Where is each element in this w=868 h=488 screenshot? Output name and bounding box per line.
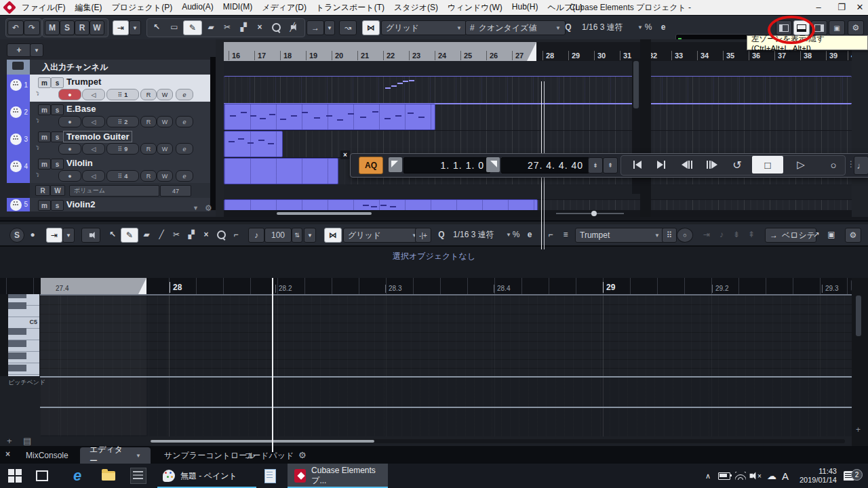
black-key[interactable] [8, 302, 26, 309]
punch-in-button[interactable]: ⇟ [588, 157, 603, 174]
ime-mode-icon[interactable]: A [777, 468, 793, 484]
folder-track-row[interactable]: 入出力チャンネル [7, 60, 210, 75]
notepad-button[interactable] [262, 468, 278, 484]
piano-keyboard[interactable]: C5 [8, 294, 39, 376]
mute-all-button[interactable]: M [45, 20, 60, 35]
tab-chord-pads[interactable]: コードパッド [235, 447, 303, 464]
black-key[interactable] [8, 294, 26, 298]
midi-part-violin2[interactable] [224, 199, 538, 210]
automation-write-button[interactable]: W [50, 185, 65, 196]
punch-out-button[interactable]: ⇞ [603, 157, 618, 174]
undo-button[interactable]: ↶ [7, 20, 24, 35]
track-name[interactable]: Tremolo Guiter [63, 131, 132, 142]
close-button[interactable]: ✕ [850, 0, 868, 14]
black-key[interactable] [8, 328, 26, 335]
menu-item[interactable]: ファイル(F) [22, 2, 65, 14]
insert-velocity-icon-button[interactable]: ♪ [248, 228, 264, 243]
automation-value[interactable]: 47 [160, 185, 191, 197]
task-view-button[interactable] [34, 468, 50, 484]
read-all-button[interactable]: R [75, 20, 90, 35]
show-note-exp-button[interactable]: ⠿ [662, 228, 677, 243]
write-automation-button[interactable]: W [157, 116, 173, 127]
file-explorer-button[interactable] [100, 468, 117, 484]
swing-button[interactable]: % [642, 20, 655, 34]
range-select-tool[interactable]: ▭ [167, 20, 182, 34]
add-track-dropdown[interactable]: ▼ [30, 43, 43, 57]
controller-lane-divider[interactable] [40, 407, 852, 408]
record-button[interactable]: ○ [818, 156, 848, 174]
track-row-trumpet[interactable]: 1 m s Trumpet ♪ ● ◁ ⠿1 R W e [7, 75, 210, 102]
left-locator-button[interactable] [389, 157, 402, 172]
track-solo-button[interactable]: s [51, 131, 64, 142]
event-colors-dropdown[interactable]: → ベロシテ [765, 228, 816, 243]
write-automation-button[interactable]: W [157, 89, 173, 100]
write-automation-button[interactable]: W [157, 170, 173, 182]
editor-draw-tool[interactable]: ✎ [121, 228, 138, 243]
forward-button[interactable] [699, 156, 724, 174]
track-mute-button[interactable]: m [38, 104, 51, 115]
editor-ruler[interactable]: 27.42828.228.328.42929.229.3 [0, 278, 852, 294]
autoscroll-mode-button[interactable]: → [307, 20, 324, 35]
editor-trim-tool[interactable]: ╱ [155, 228, 168, 241]
read-automation-button[interactable]: R [140, 89, 157, 100]
track-row-violin[interactable]: 4 m s Vilolin ♪ ● ◁ ⠿4 R W e [7, 156, 210, 183]
controller-setup-icon[interactable]: ▤ [23, 436, 31, 446]
editor-zoom-tool[interactable] [214, 228, 228, 241]
record-enable-button[interactable]: ● [58, 116, 81, 127]
velocity-spinner[interactable]: ⇅ [292, 228, 302, 243]
scroll-thumb[interactable] [856, 296, 861, 336]
menu-item[interactable]: ウィンドウ(W) [448, 2, 502, 14]
monitor-button[interactable]: ◁ [82, 116, 105, 127]
controller-add-icon[interactable]: + [7, 436, 12, 446]
left-locator-display[interactable]: 1. 1. 1. 0 [403, 157, 490, 174]
iterative-quantize-button[interactable]: Q [561, 20, 575, 34]
midi-part-trumpet[interactable] [224, 76, 852, 104]
open-in-window-button[interactable]: ↗ [810, 228, 823, 241]
write-automation-button[interactable]: W [157, 143, 173, 155]
menu-item[interactable]: プロジェクト(P) [111, 2, 172, 14]
editor-swing-button[interactable]: % [510, 228, 522, 241]
record-enable-button[interactable]: ● [58, 89, 81, 100]
track-solo-button[interactable]: s [51, 77, 64, 88]
drum-map-channel-button[interactable]: ⠿9 [106, 143, 139, 155]
audition-tool[interactable] [287, 21, 302, 33]
tabbar-gear-icon[interactable]: ⚙ [298, 450, 307, 460]
menu-item[interactable]: トランスポート(T) [316, 2, 384, 14]
editor-mute-tool[interactable]: × [199, 228, 213, 241]
read-automation-button[interactable]: R [140, 170, 157, 182]
monitor-button[interactable]: ◁ [82, 170, 105, 182]
tray-clock[interactable]: 11:43 2019/01/14 [795, 467, 837, 485]
mute-tool[interactable]: × [252, 20, 267, 34]
editor-hscrollbar[interactable] [151, 439, 845, 443]
grid-type-dropdown[interactable]: グリッド▼ [381, 20, 467, 35]
solo-editor-button[interactable]: S [9, 228, 24, 243]
battery-icon[interactable] [716, 468, 732, 484]
minimize-button[interactable]: – [808, 0, 829, 14]
scroll-thumb[interactable] [151, 440, 374, 443]
read-automation-button[interactable]: R [140, 116, 157, 127]
tab-mixconsole[interactable]: MixConsole [16, 447, 78, 464]
editor-quantize-dropdown[interactable]: 1/16 3 連符▼ [449, 228, 515, 241]
record-enable-button[interactable]: ● [58, 143, 81, 155]
step-insert-down-button[interactable]: ⇟ [730, 228, 743, 241]
editor-toolbar-setup-button[interactable]: ⚙ [845, 228, 861, 243]
wifi-icon[interactable] [732, 468, 749, 484]
maximize-button[interactable]: ❐ [831, 0, 852, 14]
drum-map-channel-button[interactable]: ⠿4 [106, 170, 139, 182]
tab-editor[interactable]: エディター ▼ [80, 447, 151, 464]
editor-grid-dropdown[interactable]: グリッド▼ [343, 228, 422, 243]
autoscroll-mode-dropdown[interactable]: ▼ [324, 20, 335, 35]
tracklist-gear-icon[interactable]: ⚙ [205, 203, 212, 213]
eraser-tool[interactable]: ▰ [203, 20, 218, 34]
record-in-editor-button[interactable]: ● [26, 228, 39, 241]
velocity-dropdown[interactable]: ▼ [304, 228, 316, 243]
auto-quantize-button[interactable]: AQ [359, 157, 383, 174]
track-name[interactable]: Violin2 [66, 199, 95, 209]
step-input-button[interactable]: ⇥ [700, 228, 713, 241]
track-row-tremolo[interactable]: 3 m s Tremolo Guiter ♪ ● ◁ ⠿9 R W e [7, 129, 210, 156]
edit-channel-button[interactable]: e [176, 89, 193, 100]
track-row-ebase[interactable]: 2 m s E.Base ♪ ● ◁ ⠿2 R W e [7, 102, 210, 129]
track-solo-button[interactable]: s [51, 104, 64, 115]
tabbar-close-icon[interactable]: × [5, 449, 10, 459]
automation-lane-row[interactable]: R W ボリューム 47 [7, 183, 210, 198]
